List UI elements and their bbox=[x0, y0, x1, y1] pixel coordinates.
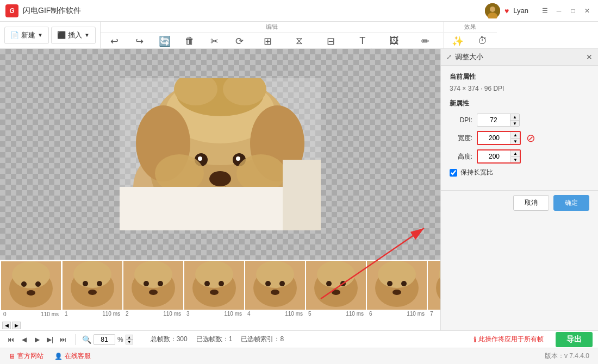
frame-thumb-3 bbox=[184, 261, 244, 310]
zoom-decrement-button[interactable]: ▼ bbox=[126, 340, 133, 344]
menu-button[interactable]: ☰ bbox=[539, 5, 550, 16]
frame-item[interactable]: 1 110 ms bbox=[62, 260, 123, 318]
website-label: 官方网站 bbox=[17, 352, 43, 361]
frame-num-3: 3 bbox=[186, 311, 190, 317]
frame-delay-5: 110 ms bbox=[346, 311, 364, 317]
website-link[interactable]: 🖥 官方网站 bbox=[9, 352, 43, 361]
title-bar: G 闪电GIF制作软件 ♥ Lyan ☰ ─ □ ✕ bbox=[0, 0, 598, 22]
prev-frame-button[interactable]: ◀ bbox=[18, 334, 29, 345]
frame-thumb-4 bbox=[245, 261, 305, 310]
window-controls[interactable]: ☰ ─ □ ✕ bbox=[539, 5, 593, 16]
frame-info-5: 5 110 ms bbox=[306, 310, 366, 318]
insert-button[interactable]: ⬛ 插入 ▼ bbox=[51, 27, 96, 44]
svg-point-35 bbox=[88, 290, 97, 295]
search-icon: 🔍 bbox=[82, 335, 91, 344]
add-watermark-icon: 🖼 bbox=[389, 35, 399, 47]
dialog-title-bar: ⤢ 调整大小 ✕ bbox=[441, 49, 598, 66]
website-icon: 🖥 bbox=[9, 353, 15, 360]
close-button[interactable]: ✕ bbox=[582, 5, 593, 16]
svg-point-59 bbox=[332, 290, 340, 295]
support-link[interactable]: 👤 在线客服 bbox=[54, 352, 91, 361]
remove-duplicate-icon: ⊟ bbox=[327, 35, 335, 47]
frame-item[interactable]: 5 110 ms bbox=[306, 260, 366, 318]
svg-point-26 bbox=[12, 261, 50, 288]
canvas-checkerboard bbox=[0, 49, 440, 260]
delay-icon: ⏱ bbox=[478, 35, 488, 47]
filmstrip-scroll-controls[interactable]: ◀ ▶ bbox=[2, 322, 21, 329]
insert-chevron-icon: ▼ bbox=[84, 32, 90, 38]
filmstrip-scroll-left[interactable]: ◀ bbox=[2, 322, 11, 329]
frame-item[interactable]: 6 110 ms bbox=[366, 260, 427, 318]
frame-thumb-6 bbox=[367, 261, 427, 310]
keep-ratio-label: 保持长宽比 bbox=[460, 168, 493, 177]
add-drawing-icon: ✏ bbox=[421, 35, 429, 47]
frame-info-2: 2 110 ms bbox=[123, 310, 183, 318]
frame-item[interactable]: 4 110 ms bbox=[245, 260, 306, 318]
frame-item[interactable]: 2 110 ms bbox=[123, 260, 184, 318]
dpi-increment-button[interactable]: ▲ bbox=[510, 114, 519, 120]
zoom-input[interactable] bbox=[94, 334, 115, 345]
rotate-icon: ⟳ bbox=[235, 35, 244, 47]
new-insert-section: 📄 新建 ▼ ⬛ 插入 ▼ bbox=[0, 22, 101, 48]
dialog-close-button[interactable]: ✕ bbox=[586, 53, 593, 61]
svg-rect-21 bbox=[283, 160, 321, 230]
user-area: ♥ Lyan bbox=[485, 3, 528, 18]
svg-point-62 bbox=[378, 261, 416, 288]
maximize-button[interactable]: □ bbox=[568, 5, 578, 16]
frame-item[interactable]: 0 110 ms bbox=[0, 260, 62, 319]
height-increment-button[interactable]: ▲ bbox=[511, 150, 520, 156]
selected-index-info: 已选帧索引：8 bbox=[241, 335, 284, 344]
zoom-increment-button[interactable]: ▲ bbox=[126, 335, 133, 340]
svg-point-56 bbox=[317, 261, 355, 288]
width-label: 宽度: bbox=[450, 134, 477, 143]
cancel-button[interactable]: 取消 bbox=[513, 195, 549, 211]
frame-item[interactable]: 3 110 ms bbox=[184, 260, 245, 318]
height-input[interactable] bbox=[478, 151, 510, 162]
info-icon: ℹ bbox=[474, 335, 476, 344]
svg-point-1 bbox=[490, 7, 495, 12]
username: Lyan bbox=[513, 7, 528, 15]
keep-ratio-checkbox[interactable] bbox=[450, 169, 457, 177]
svg-point-38 bbox=[134, 261, 172, 288]
support-label: 在线客服 bbox=[65, 352, 91, 361]
dialog-footer: 取消 确定 bbox=[441, 190, 598, 215]
height-decrement-button[interactable]: ▼ bbox=[511, 156, 520, 162]
dog-image bbox=[120, 78, 321, 230]
avatar bbox=[485, 3, 500, 18]
width-decrement-button[interactable]: ▼ bbox=[511, 138, 520, 144]
svg-point-51 bbox=[265, 281, 271, 286]
new-chevron-icon: ▼ bbox=[38, 32, 43, 38]
insert-icon: ⬛ bbox=[57, 31, 66, 39]
filmstrip-scroll-right[interactable]: ▶ bbox=[12, 322, 21, 329]
filmstrip[interactable]: 0 110 ms bbox=[0, 260, 440, 330]
new-button[interactable]: 📄 新建 ▼ bbox=[4, 27, 49, 44]
last-frame-button[interactable]: ⏭ bbox=[58, 334, 68, 345]
dpi-input[interactable] bbox=[477, 115, 510, 125]
frame-delay-6: 110 ms bbox=[407, 311, 425, 317]
status-bar: ⏮ ◀ ▶ ▶| ⏭ 🔍 % ▲ ▼ 总帧数：300 已选帧数：1 已选帧索引：… bbox=[0, 330, 598, 348]
width-input[interactable] bbox=[478, 133, 510, 143]
first-frame-button[interactable]: ⏮ bbox=[5, 334, 16, 345]
export-button[interactable]: 导出 bbox=[556, 332, 593, 347]
minimize-button[interactable]: ─ bbox=[553, 5, 564, 16]
svg-point-45 bbox=[204, 281, 210, 286]
frame-item[interactable]: 7 bbox=[427, 260, 440, 318]
frame-delay-1: 110 ms bbox=[102, 311, 120, 317]
width-increment-button[interactable]: ▲ bbox=[511, 132, 520, 138]
play-button[interactable]: ▶ bbox=[32, 334, 42, 345]
edit-section-label: 编辑 bbox=[101, 22, 443, 33]
playback-controls[interactable]: ⏮ ◀ ▶ ▶| ⏭ bbox=[5, 334, 68, 345]
next-frame-button[interactable]: ▶| bbox=[45, 334, 55, 345]
dpi-decrement-button[interactable]: ▼ bbox=[510, 120, 519, 126]
version-text: 版本：v 7.4.4.0 bbox=[545, 352, 589, 361]
dpi-input-container: ▲ ▼ bbox=[477, 114, 520, 127]
redo-icon: ↪ bbox=[135, 35, 144, 47]
resize-dialog-icon: ⤢ bbox=[446, 53, 452, 61]
ok-button[interactable]: 确定 bbox=[553, 195, 589, 211]
svg-point-65 bbox=[393, 290, 401, 295]
svg-point-39 bbox=[144, 281, 149, 286]
svg-point-27 bbox=[21, 281, 27, 287]
selected-frames-value: 1 bbox=[229, 335, 233, 343]
frame-info-6: 6 110 ms bbox=[367, 310, 427, 318]
frame-thumb-7 bbox=[428, 261, 440, 310]
